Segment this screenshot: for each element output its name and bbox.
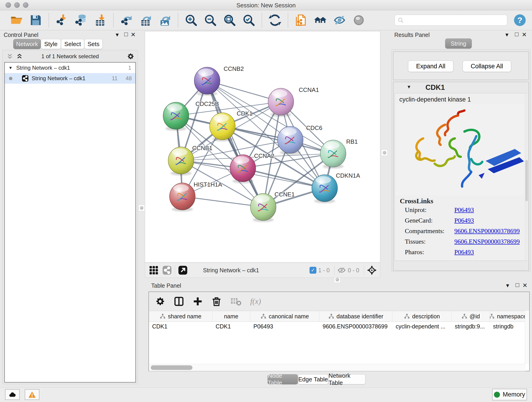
cell[interactable]: CDK1	[212, 321, 250, 332]
edge-CCNB2-CCNE1[interactable]	[207, 81, 263, 207]
results-panel-float-icon[interactable]: □	[515, 31, 519, 37]
node-CDC6[interactable]: CDC6	[278, 124, 322, 155]
cloud-status-button[interactable]	[5, 389, 20, 400]
search-box[interactable]	[394, 15, 507, 26]
column-header-description[interactable]: description	[393, 311, 452, 322]
statusbar-separator	[175, 265, 175, 275]
results-vertical-scrollbar[interactable]	[525, 94, 528, 260]
tab-node-table[interactable]: Node Table	[268, 374, 298, 384]
column-header-database-identifier[interactable]: database identifier	[319, 311, 393, 322]
open-in-window-icon[interactable]	[178, 265, 188, 275]
node-CCNB1[interactable]: CCNB1	[168, 145, 212, 176]
tab-select[interactable]: Select	[61, 39, 84, 49]
crosslink-link[interactable]: 9606.ENSP00000378699	[454, 238, 520, 245]
grid-view-icon[interactable]	[149, 265, 159, 275]
memory-button[interactable]: Memory	[492, 389, 527, 400]
column-header-namespace[interactable]: namespace	[490, 311, 526, 322]
open-document-share-icon[interactable]	[295, 14, 307, 27]
presentation-mode-icon[interactable]	[352, 14, 365, 27]
column-header-name[interactable]: name	[212, 311, 250, 322]
network-view-icon[interactable]	[162, 265, 172, 275]
show-columns-icon[interactable]	[174, 296, 184, 307]
help-icon[interactable]: ?	[513, 13, 526, 27]
refresh-view-icon[interactable]	[268, 14, 281, 27]
node-CDKN1A[interactable]: CDKN1A	[312, 172, 360, 203]
selected-nodes-checkbox[interactable]: ✓	[310, 267, 317, 274]
column-header-canonical-name[interactable]: canonical name	[250, 311, 319, 322]
table-panel-close-icon[interactable]: ✕	[522, 282, 527, 288]
table-panel-float-icon[interactable]: □	[515, 282, 519, 288]
crosslink-link[interactable]: P06493	[454, 206, 474, 214]
tab-style[interactable]: Style	[41, 39, 61, 49]
expand-all-button[interactable]: Expand All	[408, 61, 453, 72]
results-panel-collapse-icon[interactable]: ▾	[505, 32, 508, 38]
cell[interactable]: P06493	[250, 321, 319, 332]
export-network-icon[interactable]	[120, 14, 133, 27]
network-row[interactable]: String Network – cdk1 11 48	[5, 73, 135, 84]
crosslink-link[interactable]: P06493	[454, 249, 474, 256]
control-panel-close-icon[interactable]: ✕	[131, 32, 136, 38]
control-panel-float-icon[interactable]: □	[124, 31, 128, 37]
node-CCNE1[interactable]: CCNE1	[250, 191, 295, 222]
collapse-all-button[interactable]: Collapse All	[462, 61, 511, 72]
table-vertical-scrollbar[interactable]	[525, 311, 529, 364]
string-results-container: Expand All Collapse All ▼ CDK1 cyclin-de…	[392, 50, 530, 272]
tab-string[interactable]: String	[445, 38, 472, 49]
control-panel-collapse-icon[interactable]: ▾	[116, 32, 119, 38]
tab-edge-table[interactable]: Edge Table	[298, 374, 328, 384]
export-table-icon[interactable]	[139, 14, 152, 27]
search-input[interactable]	[404, 15, 504, 25]
cell[interactable]: stringdb:9...	[452, 321, 490, 332]
node-label-CDC6: CDC6	[306, 124, 322, 131]
import-network-file-icon[interactable]	[56, 14, 68, 27]
tab-sets[interactable]: Sets	[84, 39, 103, 49]
table-panel: Table Panel ▾ □ ✕ f(x) shared namenameca…	[145, 281, 532, 385]
left-splitter-handle[interactable]	[138, 205, 145, 211]
column-header--id[interactable]: @id	[452, 311, 490, 322]
statusbar-separator	[334, 265, 335, 275]
zoom-selected-icon[interactable]	[242, 14, 255, 27]
export-image-icon[interactable]	[158, 14, 171, 27]
node-CDK1[interactable]: CDK1	[210, 110, 253, 141]
open-session-icon[interactable]	[10, 14, 23, 27]
gene-expander-icon[interactable]: ▼	[407, 84, 411, 89]
network-canvas[interactable]: CCNB2 CCNA1 CDC25B CDK1 CDC6 RB1 CCNB1 C…	[145, 31, 380, 263]
warnings-button[interactable]	[25, 389, 39, 400]
table-row[interactable]: CDK1CDK1P064939606.ENSP00000378699cyclin…	[149, 321, 526, 332]
hide-panels-icon[interactable]	[333, 14, 346, 27]
cell[interactable]: CDK1	[149, 321, 212, 332]
save-session-icon[interactable]	[29, 14, 42, 27]
import-network-database-icon[interactable]	[75, 14, 88, 27]
table-horizontal-scrollbar[interactable]	[149, 364, 526, 371]
crosslink-label: Uniprot:	[405, 206, 454, 214]
table-options-gear-icon[interactable]	[155, 296, 165, 307]
hidden-elements-eye-icon[interactable]	[337, 266, 346, 274]
table-panel-collapse-icon[interactable]: ▾	[506, 282, 509, 288]
home-networks-icon[interactable]	[314, 14, 327, 27]
node-RB1[interactable]: RB1	[320, 138, 358, 169]
node-label-HIST1H1A: HIST1H1A	[194, 181, 222, 188]
column-header-shared-name[interactable]: shared name	[149, 311, 212, 322]
zoom-in-icon[interactable]	[185, 14, 197, 27]
cell[interactable]: stringdb	[490, 321, 526, 332]
node-CCNA1[interactable]: CCNA1	[268, 86, 319, 117]
crosslink-link[interactable]: P06493	[454, 217, 474, 224]
tab-network[interactable]: Network	[13, 39, 41, 49]
network-options-gear-icon[interactable]	[127, 52, 134, 60]
tab-network-table[interactable]: Network Table	[328, 374, 365, 384]
zoom-fit-icon[interactable]	[223, 14, 236, 27]
zoom-out-icon[interactable]	[204, 14, 217, 27]
node-HIST1H1A[interactable]: HIST1H1A	[170, 181, 222, 211]
cell[interactable]: 9606.ENSP00000378699	[319, 321, 393, 332]
collection-expander-icon[interactable]: ▼	[8, 65, 13, 70]
fit-selected-crosshair-icon[interactable]	[367, 265, 377, 275]
crosslink-link[interactable]: 9606.ENSP00000378699	[454, 227, 520, 235]
cell[interactable]: cyclin-dependent ...	[393, 321, 452, 332]
gene-entry-header[interactable]: ▼ CDK1	[393, 82, 529, 93]
results-panel-close-icon[interactable]: ✕	[522, 32, 527, 38]
right-splitter-handle[interactable]	[381, 149, 388, 156]
network-collection-row[interactable]: ▼ String Network – cdk1 1	[5, 63, 135, 73]
import-table-file-icon[interactable]	[94, 14, 107, 27]
delete-column-trash-icon[interactable]	[211, 296, 222, 307]
add-column-icon[interactable]	[192, 296, 203, 307]
